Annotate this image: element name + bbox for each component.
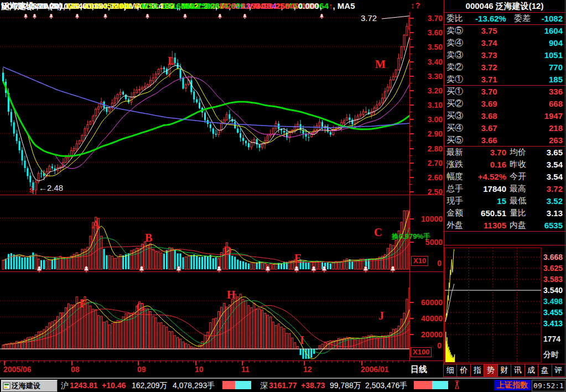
price-axis-label: 2.60 xyxy=(414,173,443,182)
separator-line xyxy=(444,231,565,232)
ask-volume: 904 xyxy=(507,38,563,48)
sh-index-change: +10.46 xyxy=(102,381,126,390)
stock-name-button[interactable]: 泛海建设 xyxy=(1,380,58,392)
ask-row[interactable]: 卖③3.731051 xyxy=(444,49,565,61)
tab-细[interactable]: 细 xyxy=(443,364,457,377)
stat-label: 均价 xyxy=(506,147,535,158)
stat-row[interactable]: 涨跌0.16昨收3.54 xyxy=(444,158,565,170)
intraday-price-level: 3.455 xyxy=(543,309,565,317)
clock-value: 09:52:1 xyxy=(533,381,564,390)
ask-row[interactable]: 卖②3.72770 xyxy=(444,61,565,73)
intraday-price-level: 3.540 xyxy=(543,286,565,295)
turnover-rate-label: 换0.979%手 xyxy=(392,232,430,242)
ask-volume: 1051 xyxy=(507,50,563,60)
connection-antenna-icon xyxy=(453,380,461,390)
price-axis-label: 3.00 xyxy=(414,115,443,124)
app-icon xyxy=(3,382,11,390)
ask-level-label: 卖② xyxy=(446,62,471,72)
header-segment: NL 7620831.000 xyxy=(1,1,63,11)
stat-value: 3.65 xyxy=(535,148,563,157)
tab-成[interactable]: 成 xyxy=(525,364,538,377)
tab-指[interactable]: 指 xyxy=(470,364,484,377)
bid-price[interactable]: 3.68 xyxy=(471,111,507,121)
candlestick-chart[interactable]: LM3.72←2.48ṡ xyxy=(0,12,409,195)
stat-value: 650.51 xyxy=(471,208,506,218)
ask-price[interactable]: 3.71 xyxy=(471,75,507,84)
bid-row[interactable]: 买③3.681947 xyxy=(444,109,565,122)
tab-评[interactable]: 评 xyxy=(552,364,565,377)
bid-price[interactable]: 3.69 xyxy=(471,99,507,108)
tab-价[interactable]: 价 xyxy=(456,364,470,377)
date-axis-ticks xyxy=(0,360,409,367)
ask-price[interactable]: 3.72 xyxy=(471,62,507,72)
axis-tick xyxy=(410,97,412,98)
price-axis-label: 3.50 xyxy=(414,43,443,51)
ask-row[interactable]: 卖⑤3.751604 xyxy=(444,24,565,36)
stat-label: 金额 xyxy=(446,208,471,218)
bid-level-label: 买① xyxy=(446,86,471,97)
stat-value: 6535 xyxy=(535,221,563,230)
nl-indicator-chart[interactable]: FGHIJ xyxy=(0,286,409,360)
bid-level-label: 买⑤ xyxy=(446,135,471,145)
axis-tick xyxy=(410,218,414,219)
intraday-mode-label[interactable]: 分时 xyxy=(543,351,565,359)
tab-势[interactable]: 势 xyxy=(484,364,497,377)
nl-axis-label: 40000 xyxy=(414,314,443,323)
stat-value: 0.16 xyxy=(471,160,506,169)
ask-price[interactable]: 3.74 xyxy=(471,38,507,48)
stat-row[interactable]: 总手17840最高3.72 xyxy=(444,182,565,195)
sh-index-value: 1243.81 xyxy=(70,381,98,390)
header-segment: , xyxy=(63,1,67,11)
axis-tick xyxy=(410,25,412,25)
sz-index-value: 3161.77 xyxy=(269,381,297,390)
axis-tick xyxy=(410,184,412,185)
bid-row[interactable]: 买④3.67218 xyxy=(444,122,565,134)
ask-row[interactable]: 卖①3.71185 xyxy=(444,73,565,85)
index-name-button[interactable]: 上证指数 xyxy=(494,380,531,390)
sh-volume: 4,078,293手 xyxy=(173,381,215,391)
bid-price[interactable]: 3.70 xyxy=(471,87,507,96)
date-axis-label: 11 xyxy=(241,365,250,374)
ask-row[interactable]: 卖④3.74904 xyxy=(444,36,565,49)
stat-row[interactable]: 幅度+4.52%今开3.54 xyxy=(444,170,565,182)
tab-财[interactable]: 财 xyxy=(497,364,511,377)
stock-title: 000046 泛海建设(12) xyxy=(444,0,565,12)
stat-value: 17840 xyxy=(471,184,506,194)
svg-text:ṡ: ṡ xyxy=(29,185,34,194)
stat-row[interactable]: 金额650.51量比3.13 xyxy=(444,207,565,219)
bid-level-label: 买④ xyxy=(446,123,471,133)
bid-price[interactable]: 3.66 xyxy=(471,135,507,145)
bid-row[interactable]: 买②3.69668 xyxy=(444,97,565,109)
stat-label: 今开 xyxy=(506,171,535,182)
price-axis-label: 2.70 xyxy=(414,159,443,168)
axis-tick xyxy=(410,119,414,120)
stat-value: 15 xyxy=(471,196,506,206)
stat-value: 3.54 xyxy=(535,172,563,181)
sh-updown-gauge xyxy=(222,381,251,389)
sz-updown-gauge xyxy=(414,381,448,389)
ask-price[interactable]: 3.75 xyxy=(471,26,507,35)
axis-tick xyxy=(410,90,414,91)
header-segment: ↑ xyxy=(132,1,137,11)
sz-index-change: +38.73 xyxy=(301,381,325,390)
axis-tick xyxy=(410,61,414,62)
ask-volume: 1604 xyxy=(507,26,563,35)
stat-row[interactable]: 现手15最低3.52 xyxy=(444,195,565,207)
volume-chart[interactable]: ABDEC xyxy=(0,210,409,274)
stat-label: 内盘 xyxy=(506,220,535,231)
bid-volume: 1947 xyxy=(507,111,563,121)
svg-text:←2.48: ←2.48 xyxy=(39,183,63,192)
bid-row[interactable]: 买①3.70336 xyxy=(444,85,565,97)
tab-讯[interactable]: 讯 xyxy=(511,364,525,377)
axis-tick xyxy=(410,32,414,33)
bid-row[interactable]: 买⑤3.66263 xyxy=(444,134,565,146)
ask-level-label: 卖④ xyxy=(446,38,471,48)
stat-row[interactable]: 外盘11305内盘6535 xyxy=(444,219,565,231)
bid-price[interactable]: 3.67 xyxy=(471,123,507,133)
period-daily-tab[interactable]: 日线 xyxy=(411,364,427,375)
ask-price[interactable]: 3.73 xyxy=(471,50,507,60)
axis-tools-icon[interactable]: ↕? xyxy=(411,1,421,10)
tab-盘[interactable]: 盘 xyxy=(538,364,552,377)
header-segment: M10: 3016659.750 xyxy=(141,1,211,11)
stat-row[interactable]: 最新3.70均价3.65 xyxy=(444,146,565,158)
